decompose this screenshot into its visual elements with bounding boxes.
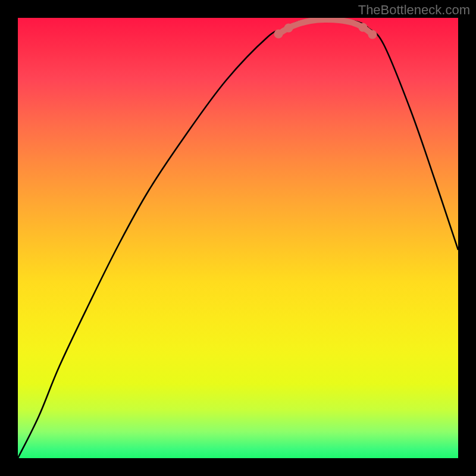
svg-point-2 (359, 23, 368, 32)
bottleneck-curve (18, 18, 458, 458)
svg-point-3 (368, 30, 377, 39)
chart-plot-area (18, 18, 458, 458)
watermark-text: TheBottleneck.com (358, 2, 470, 18)
svg-point-1 (284, 24, 293, 33)
chart-svg (18, 18, 458, 458)
svg-point-0 (274, 30, 283, 39)
